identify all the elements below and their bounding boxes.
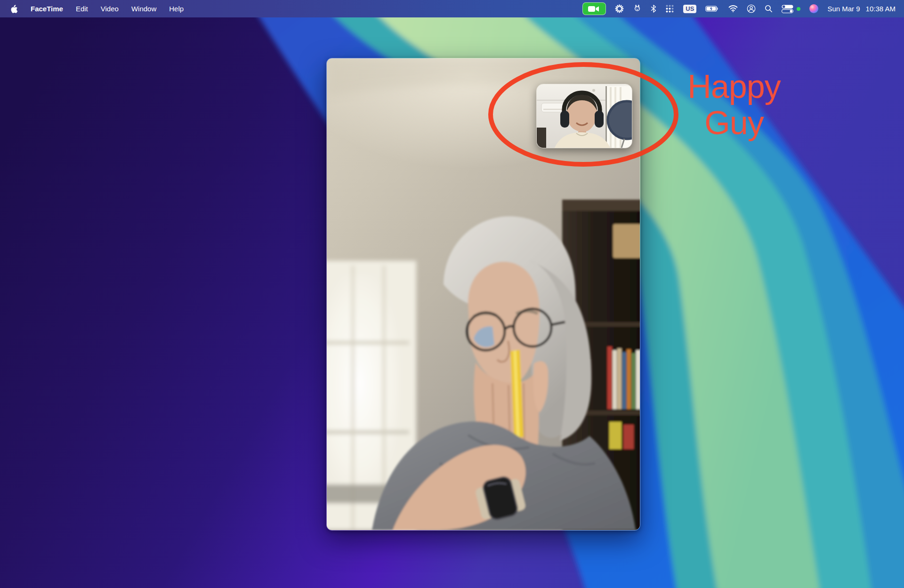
bluetooth-icon[interactable] <box>651 5 656 13</box>
apple-menu[interactable] <box>10 4 18 14</box>
wifi-icon[interactable] <box>728 5 738 12</box>
facetime-active-camera-icon[interactable] <box>582 2 606 15</box>
spinner-icon[interactable] <box>615 4 624 13</box>
menu-bar: FaceTime Edit Video Window Help <box>0 0 904 17</box>
menu-video[interactable]: Video <box>101 5 119 13</box>
happy-guy-line1: Happy <box>676 69 792 105</box>
local-participant-video <box>537 84 632 148</box>
pip-self-view[interactable] <box>536 84 632 148</box>
menu-window[interactable]: Window <box>131 5 156 13</box>
menu-edit[interactable]: Edit <box>76 5 88 13</box>
llama-icon[interactable] <box>633 4 642 13</box>
user-account-icon[interactable] <box>747 4 756 13</box>
doorway <box>537 128 546 148</box>
menu-bar-clock[interactable]: Sun Mar 9 10:38 AM <box>827 5 896 13</box>
input-source-badge[interactable]: US <box>683 5 696 13</box>
desktop: FaceTime Edit Video Window Help <box>0 0 904 588</box>
control-center-icon[interactable] <box>782 5 800 13</box>
spotlight-search-icon[interactable] <box>765 5 773 13</box>
menu-help[interactable]: Help <box>169 5 184 13</box>
siri-icon[interactable] <box>809 4 818 13</box>
clock-date: Sun Mar 9 <box>827 5 860 13</box>
dots-grid-icon[interactable] <box>665 4 674 13</box>
status-green-dot <box>797 7 800 11</box>
happy-guy-label: Happy Guy <box>676 69 792 141</box>
battery-charging-icon[interactable] <box>705 5 719 13</box>
menu-facetime[interactable]: FaceTime <box>31 5 63 13</box>
happy-guy-line2: Guy <box>676 105 792 141</box>
facetime-window[interactable] <box>326 58 640 531</box>
clock-time: 10:38 AM <box>866 5 896 13</box>
